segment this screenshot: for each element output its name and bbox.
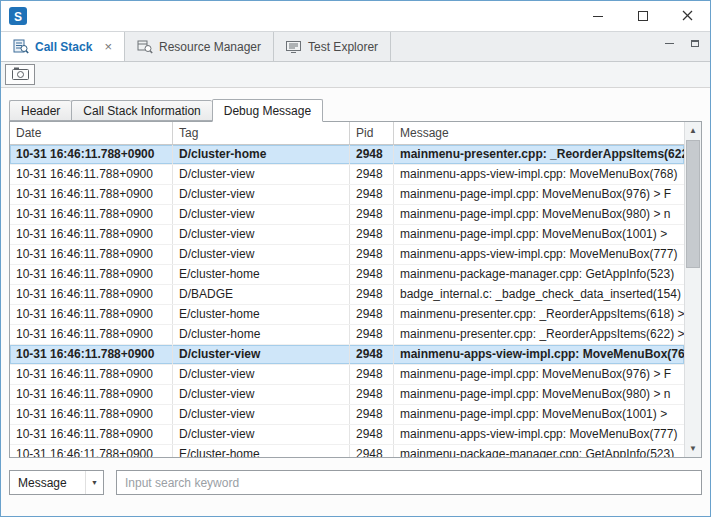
cell-date: 10-31 16:46:11.788+0900 — [10, 385, 173, 404]
cell-tag: D/cluster-view — [173, 185, 350, 204]
cell-date: 10-31 16:46:11.788+0900 — [10, 145, 173, 164]
cell-pid: 2948 — [350, 325, 394, 344]
tab-call-stack[interactable]: Call Stack × — [1, 32, 125, 61]
cell-pid: 2948 — [350, 225, 394, 244]
app-logo-icon: S — [9, 7, 27, 25]
table-row[interactable]: 10-31 16:46:11.788+0900D/cluster-view294… — [10, 385, 684, 405]
table-row[interactable]: 10-31 16:46:11.788+0900E/cluster-home294… — [10, 305, 684, 325]
scroll-thumb[interactable] — [686, 140, 700, 268]
subtab-bar: Header Call Stack Information Debug Mess… — [9, 98, 702, 121]
filter-dropdown-value: Message — [10, 476, 85, 490]
cell-pid: 2948 — [350, 365, 394, 384]
table-row[interactable]: 10-31 16:46:11.788+0900D/cluster-view294… — [10, 425, 684, 445]
table-row[interactable]: 10-31 16:46:11.788+0900E/cluster-home294… — [10, 265, 684, 285]
test-explorer-icon — [286, 40, 302, 54]
window-minimize-button[interactable] — [575, 1, 620, 31]
table-row[interactable]: 10-31 16:46:11.788+0900D/cluster-view294… — [10, 165, 684, 185]
cell-date: 10-31 16:46:11.788+0900 — [10, 325, 173, 344]
cell-tag: D/cluster-home — [173, 145, 350, 164]
cell-date: 10-31 16:46:11.788+0900 — [10, 285, 173, 304]
cell-tag: D/cluster-home — [173, 325, 350, 344]
pane-minimize-icon — [665, 43, 674, 44]
table-row[interactable]: 10-31 16:46:11.788+0900D/cluster-view294… — [10, 185, 684, 205]
filter-dropdown[interactable]: Message ▼ — [9, 470, 104, 495]
pane-controls — [662, 37, 702, 49]
tab-bar: Call Stack × Resource Manager Test Explo… — [1, 31, 710, 62]
subtab-debug-message[interactable]: Debug Message — [212, 99, 323, 122]
cell-pid: 2948 — [350, 205, 394, 224]
tab-label: Test Explorer — [308, 40, 378, 54]
window-maximize-button[interactable] — [620, 1, 665, 31]
tab-close-icon[interactable]: × — [104, 40, 112, 53]
cell-message: mainmenu-apps-view-impl.cpp: MoveMenuBox… — [394, 425, 684, 444]
table-row[interactable]: 10-31 16:46:11.788+0900D/cluster-view294… — [10, 245, 684, 265]
cell-date: 10-31 16:46:11.788+0900 — [10, 345, 173, 364]
vertical-scrollbar[interactable]: ▲ ▼ — [684, 122, 701, 457]
cell-pid: 2948 — [350, 185, 394, 204]
scroll-up-button[interactable]: ▲ — [685, 122, 701, 139]
cell-tag: D/cluster-view — [173, 405, 350, 424]
cell-tag: E/cluster-home — [173, 265, 350, 284]
tab-label: Resource Manager — [159, 40, 261, 54]
subtab-header[interactable]: Header — [9, 100, 71, 121]
cell-tag: D/cluster-view — [173, 345, 350, 364]
svg-text:S: S — [14, 10, 22, 24]
cell-pid: 2948 — [350, 385, 394, 404]
capture-button[interactable] — [5, 64, 35, 85]
cell-pid: 2948 — [350, 445, 394, 457]
pane-minimize-button[interactable] — [662, 37, 676, 49]
pane-maximize-icon — [691, 40, 699, 47]
window-controls — [575, 1, 710, 31]
pane-maximize-button[interactable] — [688, 37, 702, 49]
column-header-date[interactable]: Date — [10, 122, 173, 144]
cell-pid: 2948 — [350, 425, 394, 444]
minimize-icon — [593, 7, 603, 25]
cell-message: mainmenu-page-impl.cpp: MoveMenuBox(1001… — [394, 225, 684, 244]
cell-date: 10-31 16:46:11.788+0900 — [10, 185, 173, 204]
cell-pid: 2948 — [350, 305, 394, 324]
search-input[interactable] — [116, 470, 702, 495]
cell-tag: D/cluster-view — [173, 385, 350, 404]
cell-pid: 2948 — [350, 245, 394, 264]
table-row[interactable]: 10-31 16:46:11.788+0900D/cluster-view294… — [10, 365, 684, 385]
cell-date: 10-31 16:46:11.788+0900 — [10, 205, 173, 224]
cell-pid: 2948 — [350, 165, 394, 184]
cell-tag: E/cluster-home — [173, 445, 350, 457]
tab-label: Call Stack — [35, 40, 92, 54]
table-row[interactable]: 10-31 16:46:11.788+0900D/cluster-view294… — [10, 225, 684, 245]
table-row[interactable]: 10-31 16:46:11.788+0900D/cluster-home294… — [10, 145, 684, 165]
toolbar — [1, 62, 710, 88]
table-row[interactable]: 10-31 16:46:11.788+0900D/cluster-view294… — [10, 345, 684, 365]
cell-date: 10-31 16:46:11.788+0900 — [10, 245, 173, 264]
table-row[interactable]: 10-31 16:46:11.788+0900D/BADGE2948badge_… — [10, 285, 684, 305]
cell-tag: D/cluster-view — [173, 425, 350, 444]
cell-message: mainmenu-presenter.cpp: _ReorderAppsItem… — [394, 325, 684, 344]
table-row[interactable]: 10-31 16:46:11.788+0900D/cluster-view294… — [10, 405, 684, 425]
tab-resource-manager[interactable]: Resource Manager — [125, 32, 274, 61]
cell-message: mainmenu-presenter.cpp: _ReorderAppsItem… — [394, 305, 684, 324]
cell-message: mainmenu-apps-view-impl.cpp: MoveMenuBox… — [394, 165, 684, 184]
cell-message: mainmenu-page-impl.cpp: MoveMenuBox(976)… — [394, 365, 684, 384]
tab-test-explorer[interactable]: Test Explorer — [274, 32, 391, 61]
column-header-pid[interactable]: Pid — [350, 122, 394, 144]
cell-date: 10-31 16:46:11.788+0900 — [10, 165, 173, 184]
cell-message: mainmenu-package-manager.cpp: GetAppInfo… — [394, 265, 684, 284]
cell-tag: E/cluster-home — [173, 305, 350, 324]
cell-tag: D/BADGE — [173, 285, 350, 304]
cell-tag: D/cluster-view — [173, 365, 350, 384]
cell-tag: D/cluster-view — [173, 205, 350, 224]
subtab-call-stack-information[interactable]: Call Stack Information — [71, 100, 211, 121]
cell-date: 10-31 16:46:11.788+0900 — [10, 405, 173, 424]
window-close-button[interactable] — [665, 1, 710, 31]
cell-message: mainmenu-apps-view-impl.cpp: MoveMenuBox… — [394, 245, 684, 264]
table-row[interactable]: 10-31 16:46:11.788+0900D/cluster-home294… — [10, 325, 684, 345]
column-header-message[interactable]: Message — [394, 122, 684, 144]
column-header-tag[interactable]: Tag — [173, 122, 350, 144]
table-row[interactable]: 10-31 16:46:11.788+0900E/cluster-home294… — [10, 445, 684, 457]
cell-date: 10-31 16:46:11.788+0900 — [10, 365, 173, 384]
table-row[interactable]: 10-31 16:46:11.788+0900D/cluster-view294… — [10, 205, 684, 225]
table-header: Date Tag Pid Message — [10, 122, 684, 145]
scroll-down-button[interactable]: ▼ — [685, 440, 701, 457]
cell-message: mainmenu-page-impl.cpp: MoveMenuBox(980)… — [394, 385, 684, 404]
call-stack-icon — [13, 39, 29, 54]
